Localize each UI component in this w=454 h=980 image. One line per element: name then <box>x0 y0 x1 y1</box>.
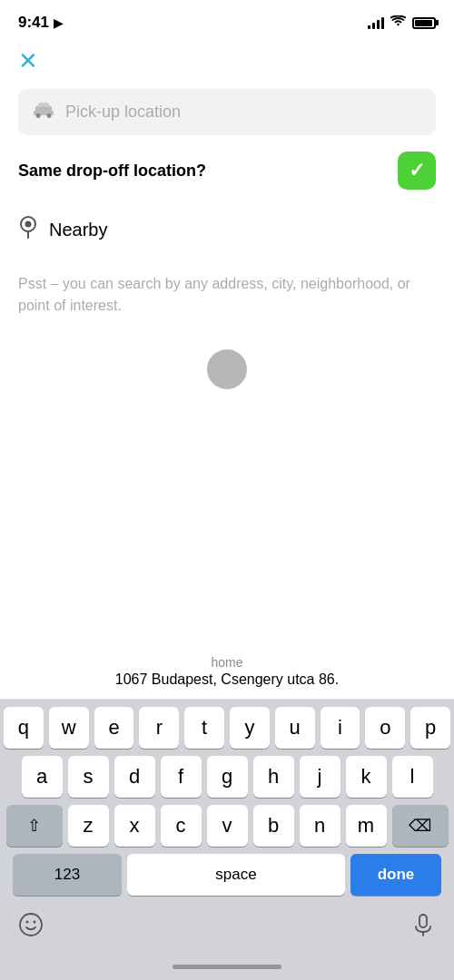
svg-point-8 <box>26 921 29 924</box>
same-dropoff-toggle[interactable]: ✓ <box>398 152 436 190</box>
key-x[interactable]: x <box>114 805 155 847</box>
keyboard-row-3: ⇧ z x c v b n m ⌫ <box>4 805 450 847</box>
keyboard-row-2: a s d f g h j k l <box>4 756 450 798</box>
key-s[interactable]: s <box>68 756 109 798</box>
key-p[interactable]: p <box>410 707 450 749</box>
key-t[interactable]: t <box>184 707 224 749</box>
key-a[interactable]: a <box>22 756 63 798</box>
home-indicator <box>0 953 454 980</box>
pickup-placeholder: Pick-up location <box>65 103 181 122</box>
key-o[interactable]: o <box>365 707 405 749</box>
suggestion-address: 1067 Budapest, Csengery utca 86. <box>16 671 438 688</box>
nav-arrow-icon: ▶ <box>54 16 63 30</box>
svg-point-7 <box>20 914 42 936</box>
keyboard-row-4: 123 space done <box>4 854 450 896</box>
signal-icon <box>368 16 384 29</box>
svg-rect-10 <box>419 915 427 927</box>
key-j[interactable]: j <box>300 756 340 798</box>
svg-rect-4 <box>38 103 49 107</box>
svg-point-3 <box>47 113 52 118</box>
status-bar: 9:41 ▶ <box>0 0 454 40</box>
keyboard-rows: q w e r t y u i o p a s d f g h j k l ⇧ … <box>0 700 454 906</box>
location-pin-icon <box>18 215 38 244</box>
key-i[interactable]: i <box>321 707 360 749</box>
emoji-button[interactable] <box>18 912 44 944</box>
svg-point-9 <box>34 921 36 924</box>
status-time: 9:41 ▶ <box>18 14 63 32</box>
key-q[interactable]: q <box>4 707 44 749</box>
battery-icon <box>412 17 436 29</box>
numbers-key[interactable]: 123 <box>13 854 122 896</box>
nearby-label: Nearby <box>49 220 107 240</box>
key-u[interactable]: u <box>275 707 315 749</box>
done-key[interactable]: done <box>350 854 441 896</box>
key-y[interactable]: y <box>230 707 270 749</box>
key-r[interactable]: r <box>139 707 179 749</box>
key-c[interactable]: c <box>161 805 202 847</box>
key-w[interactable]: w <box>49 707 89 749</box>
hint-text: Psst – you can search by any address, ci… <box>0 259 454 331</box>
space-key[interactable]: space <box>127 854 345 896</box>
home-bar <box>173 965 281 969</box>
backspace-key[interactable]: ⌫ <box>392 805 449 847</box>
pickup-input-box[interactable]: Pick-up location <box>18 89 436 135</box>
car-icon <box>33 102 54 122</box>
autocomplete-suggestion[interactable]: home 1067 Budapest, Csengery utca 86. <box>0 644 454 700</box>
same-dropoff-row: Same drop-off location? ✓ <box>0 135 454 206</box>
key-g[interactable]: g <box>207 756 248 798</box>
key-b[interactable]: b <box>253 805 294 847</box>
key-d[interactable]: d <box>114 756 155 798</box>
key-k[interactable]: k <box>346 756 387 798</box>
svg-point-6 <box>25 221 32 228</box>
key-z[interactable]: z <box>68 805 109 847</box>
loading-indicator <box>207 349 247 389</box>
shift-key[interactable]: ⇧ <box>6 805 63 847</box>
key-l[interactable]: l <box>392 756 433 798</box>
keyboard-row-1: q w e r t y u i o p <box>4 707 450 749</box>
key-h[interactable]: h <box>253 756 294 798</box>
close-button[interactable]: ✕ <box>0 40 454 82</box>
key-v[interactable]: v <box>207 805 248 847</box>
search-container: Pick-up location <box>18 89 436 135</box>
clock: 9:41 <box>18 14 49 32</box>
key-e[interactable]: e <box>94 707 134 749</box>
key-m[interactable]: m <box>346 805 387 847</box>
nearby-row[interactable]: Nearby <box>0 206 454 259</box>
key-f[interactable]: f <box>161 756 202 798</box>
svg-point-2 <box>36 113 41 118</box>
wifi-icon <box>390 15 406 30</box>
same-dropoff-label: Same drop-off location? <box>18 162 206 181</box>
checkmark-icon: ✓ <box>409 161 425 181</box>
close-icon: ✕ <box>18 47 38 74</box>
mic-button[interactable] <box>410 912 436 944</box>
key-n[interactable]: n <box>300 805 340 847</box>
status-icons <box>368 15 436 30</box>
keyboard-bottom-bar <box>0 906 454 953</box>
keyboard-area: home 1067 Budapest, Csengery utca 86. q … <box>0 644 454 980</box>
suggestion-label: home <box>16 655 438 670</box>
